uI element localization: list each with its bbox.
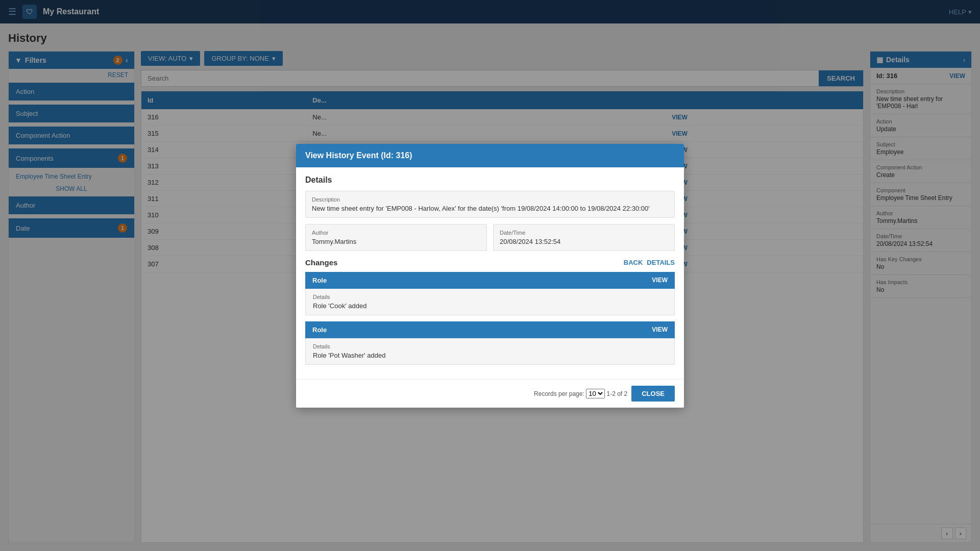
modal-description-value: New time sheet entry for 'EMP008 - Harlo… (312, 205, 668, 212)
modal-datetime-box: Date/Time 20/08/2024 13:52:54 (493, 224, 675, 251)
modal-header: View History Event (Id: 316) (296, 144, 684, 167)
changes-section-title: Changes (305, 258, 337, 267)
modal-details-section-title: Details (305, 176, 675, 185)
change-view-link-0[interactable]: VIEW (652, 277, 668, 284)
close-button[interactable]: CLOSE (631, 386, 675, 402)
modal-datetime-value: 20/08/2024 13:52:54 (500, 238, 668, 245)
modal-overlay: View History Event (Id: 316) Details Des… (0, 0, 980, 551)
modal-description-label: Description (312, 196, 668, 203)
modal-author-value: Tommy.Martins (312, 238, 480, 245)
change-item-header-0[interactable]: Role VIEW (305, 272, 675, 289)
change-details-value-0: Role 'Cook' added (313, 302, 667, 310)
changes-header: Changes BACK DETAILS (305, 258, 675, 267)
change-role-label-1: Role (312, 326, 327, 334)
records-per-page-select[interactable]: 10 25 50 (586, 389, 605, 398)
change-view-link-1[interactable]: VIEW (652, 326, 668, 333)
modal-footer: Records per page: 10 25 50 1-2 of 2 CLOS… (296, 379, 684, 408)
modal-description-box: Description New time sheet entry for 'EM… (305, 191, 675, 218)
modal-datetime-label: Date/Time (500, 230, 668, 236)
modal-info-row: Author Tommy.Martins Date/Time 20/08/202… (305, 224, 675, 251)
changes-list: Role VIEW Details Role 'Cook' added Role… (305, 272, 675, 365)
records-count: 1-2 of 2 (607, 390, 628, 397)
back-link[interactable]: BACK (624, 259, 643, 266)
modal-title: View History Event (Id: 316) (305, 151, 412, 160)
change-details-label-1: Details (313, 343, 667, 349)
change-item: Role VIEW Details Role 'Cook' added (305, 272, 675, 315)
change-details-label-0: Details (313, 294, 667, 300)
modal-author-box: Author Tommy.Martins (305, 224, 487, 251)
modal-body: Details Description New time sheet entry… (296, 167, 684, 379)
records-info: Records per page: 10 25 50 1-2 of 2 (534, 389, 627, 398)
change-item-body-1: Details Role 'Pot Washer' added (305, 338, 675, 365)
change-role-label-0: Role (312, 277, 327, 284)
change-item: Role VIEW Details Role 'Pot Washer' adde… (305, 321, 675, 365)
change-details-value-1: Role 'Pot Washer' added (313, 352, 667, 359)
modal-author-label: Author (312, 230, 480, 236)
details-link[interactable]: DETAILS (647, 259, 675, 266)
records-per-page-label: Records per page: (534, 390, 584, 397)
modal: View History Event (Id: 316) Details Des… (296, 144, 684, 408)
change-item-header-1[interactable]: Role VIEW (305, 321, 675, 338)
change-item-body-0: Details Role 'Cook' added (305, 289, 675, 315)
changes-nav: BACK DETAILS (624, 259, 675, 266)
